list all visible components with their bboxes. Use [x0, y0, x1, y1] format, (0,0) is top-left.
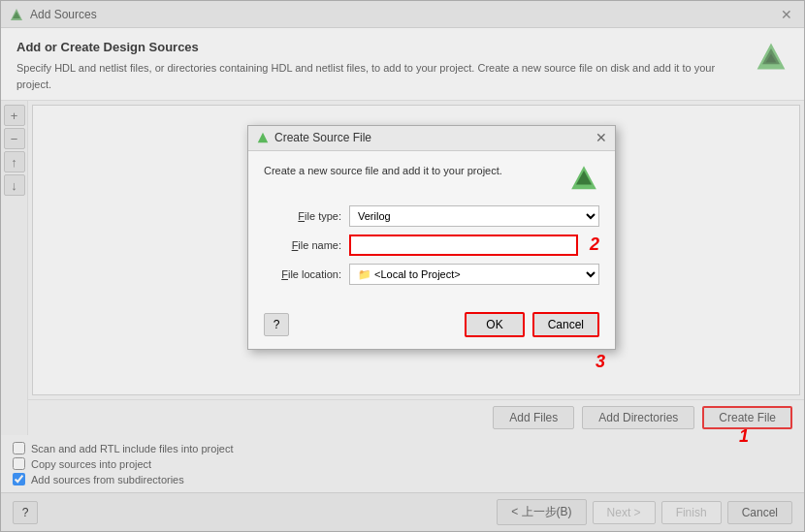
- file-location-label: File location:: [264, 268, 341, 280]
- file-type-select[interactable]: Verilog: [349, 205, 599, 227]
- dialog-description: Create a new source file and add it to y…: [264, 163, 561, 179]
- dialog-body: Create a new source file and add it to y…: [248, 151, 615, 304]
- main-window: Add Sources ✕ Add or Create Design Sourc…: [0, 0, 805, 532]
- file-location-select[interactable]: 📁 <Local to Project>: [349, 264, 599, 285]
- dialog-cancel-button[interactable]: Cancel: [532, 312, 599, 337]
- dialog-title-bar: Create Source File ✕: [248, 126, 615, 151]
- dialog-logo: [568, 163, 599, 194]
- dialog-icon: [256, 131, 270, 144]
- label-2: 2: [590, 235, 599, 255]
- label-3: 3: [596, 352, 605, 372]
- modal-overlay: 1 Create Source File ✕ Create a new sour…: [1, 1, 804, 531]
- dialog-close-button[interactable]: ✕: [596, 130, 607, 145]
- svg-marker-5: [258, 133, 269, 143]
- file-name-row: File name: 2: [264, 235, 599, 256]
- dialog-title-left: Create Source File: [256, 131, 371, 144]
- create-source-dialog: Create Source File ✕ Create a new source…: [247, 125, 616, 350]
- dialog-header: Create a new source file and add it to y…: [264, 163, 599, 194]
- dialog-title: Create Source File: [274, 131, 371, 144]
- file-name-label: File name:: [264, 239, 341, 251]
- file-type-row: File type: Verilog: [264, 205, 599, 227]
- file-type-label: File type:: [264, 210, 341, 222]
- dialog-help-button[interactable]: ?: [264, 313, 289, 336]
- file-location-row: File location: 📁 <Local to Project>: [264, 264, 599, 285]
- dialog-ok-button[interactable]: OK: [465, 312, 524, 337]
- label-1: 1: [739, 426, 749, 447]
- dialog-footer: ? OK Cancel 3: [248, 304, 615, 349]
- file-name-input[interactable]: [349, 235, 578, 256]
